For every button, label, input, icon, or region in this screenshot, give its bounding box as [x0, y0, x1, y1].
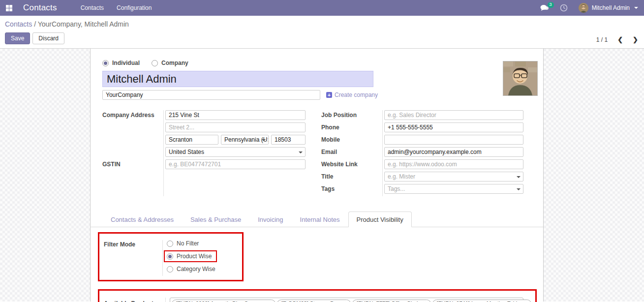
chevron-down-icon [262, 139, 266, 141]
available-product-label: Available Product [104, 300, 165, 302]
plus-square-icon [326, 92, 332, 98]
radio-category-wise-label: Category Wise [177, 266, 215, 272]
phone-input[interactable] [384, 122, 523, 132]
country-select[interactable]: United States [165, 147, 306, 157]
product-tag-label: [FURN_6666] Acoustic Bloc Screens [176, 301, 264, 302]
radio-no-filter[interactable] [167, 241, 173, 247]
email-label: Email [321, 147, 384, 157]
job-position-input[interactable] [384, 110, 523, 120]
zip-input[interactable] [271, 135, 306, 145]
pager-previous-icon[interactable]: ❮ [617, 36, 623, 43]
radio-product-wise[interactable] [167, 253, 173, 260]
website-input[interactable] [384, 159, 523, 169]
product-tag-label: [FURN_6741] Large Meeting Table [437, 301, 521, 302]
pager-value: 1 / 1 [596, 36, 608, 43]
contact-name-input[interactable] [102, 71, 373, 87]
radio-category-wise[interactable] [167, 266, 173, 272]
chevron-down-icon [517, 176, 521, 178]
content-background: Individual Company Create company Compan… [0, 49, 644, 302]
tab-internal-notes[interactable]: Internal Notes [292, 211, 348, 227]
radio-individual-label: Individual [112, 60, 140, 66]
breadcrumb-contacts-link[interactable]: Contacts [5, 20, 32, 28]
radio-company[interactable] [152, 60, 158, 66]
nav-menu-contacts[interactable]: Contacts [81, 4, 104, 11]
email-input[interactable] [384, 147, 523, 157]
tags-field[interactable]: Tags... [384, 184, 523, 194]
apps-grid-icon[interactable] [6, 5, 12, 11]
activities-icon[interactable] [560, 4, 568, 12]
user-name: Mitchell Admin [592, 4, 630, 11]
country-value: United States [169, 149, 204, 155]
radio-individual[interactable] [102, 60, 109, 66]
nav-menu-configuration[interactable]: Configuration [117, 4, 152, 11]
product-tag: [FURN_6666] Acoustic Bloc Screens [172, 300, 276, 302]
product-wise-highlight-box: Product Wise [164, 250, 217, 262]
chevron-down-icon [299, 151, 303, 153]
tags-placeholder: Tags... [388, 185, 405, 192]
create-company-label: Create company [335, 91, 378, 98]
website-link-label: Website Link [321, 159, 384, 169]
product-tag: [FURN_7777] Office Chair [352, 300, 431, 302]
gstin-input[interactable] [165, 159, 306, 169]
breadcrumb-separator: / [32, 20, 37, 28]
clock-icon [560, 4, 568, 12]
product-tag-label: [FURN_7777] Office Chair [357, 301, 420, 302]
control-panel: Contacts / YourCompany, Mitchell Admin S… [0, 16, 644, 49]
product-tag-label: [E-COM08] Storage Box [281, 301, 340, 302]
notebook-tabs: Contacts & Addresses Sales & Purchase In… [91, 211, 543, 227]
save-button[interactable]: Save [5, 32, 30, 44]
chevron-down-icon [634, 7, 638, 9]
city-input[interactable] [165, 135, 218, 145]
top-navbar: Contacts Contacts Configuration 3 [0, 0, 644, 16]
product-tag: [E-COM08] Storage Box [277, 300, 351, 302]
company-name-input[interactable] [102, 90, 320, 100]
chevron-down-icon [517, 188, 521, 190]
contact-details-group: Job Position Phone Mobile Email Website … [321, 110, 523, 196]
available-product-tags-field[interactable]: [FURN_6666] Acoustic Bloc Screens [E-COM… [170, 298, 523, 302]
mobile-label: Mobile [321, 135, 384, 145]
tab-sales-purchase[interactable]: Sales & Purchase [182, 211, 249, 227]
state-select[interactable]: Pennsylvania (U: [221, 135, 269, 145]
gstin-label: GSTIN [102, 159, 165, 169]
available-product-highlight-box: Available Product [FURN_6666] Acoustic B… [98, 289, 537, 302]
pager-next-icon[interactable]: ❯ [633, 36, 638, 43]
phone-label: Phone [321, 122, 384, 132]
title-label: Title [321, 172, 384, 181]
mobile-input[interactable] [384, 135, 523, 145]
radio-product-wise-label: Product Wise [177, 253, 212, 260]
street-input[interactable] [165, 110, 306, 120]
breadcrumb-current: YourCompany, Mitchell Admin [38, 20, 129, 28]
user-avatar [579, 3, 588, 13]
form-sheet: Individual Company Create company Compan… [90, 49, 544, 302]
app-title[interactable]: Contacts [23, 3, 57, 13]
title-select[interactable]: e.g. Mister [384, 172, 523, 181]
filter-mode-label: Filter Mode [104, 240, 162, 276]
contact-photo[interactable] [503, 61, 538, 96]
radio-company-label: Company [161, 60, 188, 66]
tab-invoicing[interactable]: Invoicing [249, 211, 291, 227]
discard-button[interactable]: Discard [32, 32, 64, 44]
create-company-link[interactable]: Create company [326, 91, 378, 98]
breadcrumb: Contacts / YourCompany, Mitchell Admin [5, 20, 638, 28]
job-position-label: Job Position [321, 110, 384, 120]
tags-label: Tags [321, 184, 384, 194]
title-placeholder: e.g. Mister [388, 173, 415, 180]
radio-no-filter-label: No Filter [177, 240, 199, 247]
tab-product-visibility[interactable]: Product Visibility [348, 211, 412, 227]
street2-input[interactable] [165, 122, 306, 132]
messages-icon[interactable]: 3 [540, 4, 549, 11]
product-tag: [FURN_6741] Large Meeting Table [432, 300, 531, 302]
filter-mode-options: No Filter Product Wise Category Wise [162, 240, 217, 276]
filter-mode-highlight-box: Filter Mode No Filter Product Wise Categ… [98, 232, 244, 281]
user-menu[interactable]: Mitchell Admin [579, 3, 638, 13]
messages-count-badge: 3 [548, 2, 554, 8]
address-group: Company Address Pennsylvania (U: [102, 110, 321, 196]
tab-contacts-addresses[interactable]: Contacts & Addresses [102, 211, 182, 227]
company-address-label: Company Address [102, 110, 165, 120]
